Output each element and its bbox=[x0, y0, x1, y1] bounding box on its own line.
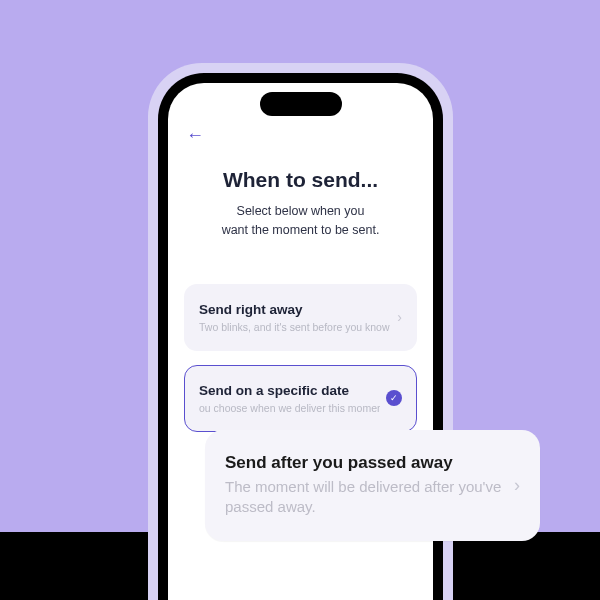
option-title: Send after you passed away bbox=[225, 453, 504, 473]
dynamic-island bbox=[260, 92, 342, 116]
chevron-right-icon: › bbox=[514, 475, 520, 496]
option-send-specific-date[interactable]: Send on a specific date ou choose when w… bbox=[184, 365, 417, 432]
option-title: Send right away bbox=[199, 302, 391, 317]
option-send-right-away[interactable]: Send right away Two blinks, and it's sen… bbox=[184, 284, 417, 351]
option-sub: Two blinks, and it's sent before you kno… bbox=[199, 321, 391, 333]
check-icon: ✓ bbox=[386, 390, 402, 406]
subtitle-line-2: want the moment to be sent. bbox=[222, 223, 380, 237]
option-sub: The moment will be delivered after you'v… bbox=[225, 477, 504, 518]
subtitle-line-1: Select below when you bbox=[237, 204, 365, 218]
option-title: Send on a specific date bbox=[199, 383, 380, 398]
page-title: When to send... bbox=[184, 168, 417, 192]
option-sub: ou choose when we deliver this moment. bbox=[199, 402, 380, 414]
page-subtitle: Select below when you want the moment to… bbox=[184, 202, 417, 240]
chevron-right-icon: › bbox=[397, 309, 402, 325]
option-send-after-passed-away[interactable]: Send after you passed away The moment wi… bbox=[205, 430, 540, 541]
back-arrow-icon[interactable]: ← bbox=[186, 125, 204, 146]
